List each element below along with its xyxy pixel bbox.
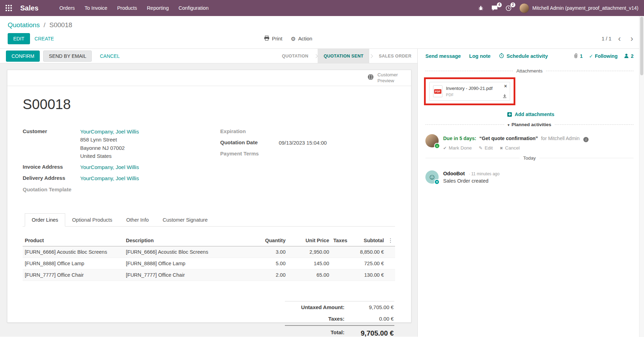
log-note-button[interactable]: Log note xyxy=(469,53,491,59)
schedule-activity-button[interactable]: Schedule activity xyxy=(499,53,548,59)
planned-activities-toggle[interactable]: ▾ Planned activities xyxy=(508,122,551,127)
attachment-card[interactable]: PDF Inventory - J090-21.pdf PDF × xyxy=(429,82,510,101)
following-toggle[interactable]: ✓ Following xyxy=(589,53,618,59)
topbar-right: 4 2 Mitchell Admin (payment_proof_attach… xyxy=(478,3,638,13)
customer-preview-label: Customer Preview xyxy=(377,72,398,83)
payment-terms-label: Payment Terms xyxy=(220,150,279,158)
top-navbar: Sales Orders To Invoice Products Reporti… xyxy=(0,0,644,16)
debug-bug-icon[interactable] xyxy=(478,5,484,11)
confirm-button[interactable]: CONFIRM xyxy=(6,51,40,62)
tab-optional-products[interactable]: Optional Products xyxy=(65,213,119,227)
info-icon[interactable] xyxy=(583,137,589,142)
stage-sales-order[interactable]: SALES ORDER xyxy=(373,49,417,63)
totals-block: Untaxed Amount: 9,705.00 € Taxes: 0.00 €… xyxy=(285,301,394,337)
quotation-template-label: Quotation Template xyxy=(23,186,80,194)
apps-grid-icon[interactable] xyxy=(0,0,17,16)
apps-grid-dots xyxy=(6,5,12,11)
row-unit-price: 65.00 xyxy=(288,269,331,281)
edit-button[interactable]: EDIT xyxy=(8,33,30,44)
activities-clock-icon[interactable]: 2 xyxy=(506,5,512,11)
status-pipeline: QUOTATION QUOTATION SENT SALES ORDER xyxy=(276,49,417,63)
pager-next-icon[interactable]: › xyxy=(627,35,636,43)
menu-orders[interactable]: Orders xyxy=(54,0,79,16)
table-header-row: Product Description Quantity Unit Price … xyxy=(23,235,395,246)
activity-item: Due in 5 days: “Get quote confirmation” … xyxy=(425,134,634,151)
user-avatar xyxy=(519,3,529,13)
add-attachments-button[interactable]: Add attachments xyxy=(418,112,644,117)
tab-order-lines[interactable]: Order Lines xyxy=(25,213,65,227)
message-timestamp: · 11 minutes ago xyxy=(469,171,500,176)
row-taxes xyxy=(331,261,357,266)
customer-link[interactable]: YourCompany, Joel Willis xyxy=(80,128,139,136)
field-quotation-template: Quotation Template xyxy=(23,186,206,194)
activity-avatar xyxy=(425,134,439,147)
tab-customer-signature[interactable]: Customer Signature xyxy=(156,213,215,227)
delivery-address-link[interactable]: YourCompany, Joel Willis xyxy=(80,174,139,182)
messages-icon[interactable]: 4 xyxy=(491,5,498,11)
chatter-message: OdooBot · 11 minutes ago Sales Order cre… xyxy=(425,167,634,187)
untaxed-amount-value: 9,705.00 € xyxy=(350,304,394,310)
stage-chevron-icon xyxy=(369,54,373,58)
table-row[interactable]: [FURN_6666] Acoustic Bloc Screens [FURN_… xyxy=(23,246,395,258)
action-button[interactable]: ⚙ Action xyxy=(291,36,312,42)
pager-value[interactable]: 1 / 1 xyxy=(601,36,611,41)
table-row[interactable]: [FURN_7777] Office Chair [FURN_7777] Off… xyxy=(23,269,395,281)
row-unit-price: 2,950.00 xyxy=(288,246,331,258)
divider-line xyxy=(425,158,520,158)
menu-products[interactable]: Products xyxy=(112,0,142,16)
total-value: 9,705.00 € xyxy=(350,329,394,337)
column-options-icon[interactable]: ⋮ xyxy=(386,237,395,244)
user-menu[interactable]: Mitchell Admin (payment_proof_attachment… xyxy=(519,3,638,13)
action-label: Action xyxy=(298,36,312,41)
attachments-title: Attachments xyxy=(516,68,543,74)
invoice-address-link[interactable]: YourCompany, Joel Willis xyxy=(80,163,139,171)
attachment-name[interactable]: Inventory - J090-21.pdf xyxy=(446,86,506,91)
col-quantity: Quantity xyxy=(249,235,288,246)
attachment-delete-icon[interactable]: × xyxy=(504,83,507,89)
odoobot-avatar xyxy=(425,170,439,184)
attachment-download-icon[interactable] xyxy=(502,94,507,98)
activity-summary: “Get quote confirmation” xyxy=(479,136,538,141)
paperclip-icon xyxy=(574,53,578,59)
send-by-email-button[interactable]: SEND BY EMAIL xyxy=(43,51,92,62)
activity-cancel-button[interactable]: Cancel xyxy=(500,145,520,151)
followers-button[interactable]: 2 xyxy=(624,53,634,59)
customer-country: United States xyxy=(80,152,139,160)
stage-quotation[interactable]: QUOTATION xyxy=(276,49,314,63)
app-title[interactable]: Sales xyxy=(20,4,38,12)
send-message-button[interactable]: Send message xyxy=(425,53,461,59)
menu-to-invoice[interactable]: To Invoice xyxy=(80,0,112,16)
scrollbar-thumb[interactable] xyxy=(640,17,643,75)
breadcrumb: Quotations / S00018 xyxy=(0,16,644,30)
statusbar-buttons: CONFIRM SEND BY EMAIL CANCEL xyxy=(6,51,124,62)
printer-icon xyxy=(264,36,270,42)
menu-configuration[interactable]: Configuration xyxy=(174,0,213,16)
tab-other-info[interactable]: Other Info xyxy=(119,213,156,227)
annotation-highlight: PDF Inventory - J090-21.pdf PDF × xyxy=(424,77,515,105)
customer-preview-button[interactable]: Customer Preview xyxy=(367,72,398,83)
attachment-type: PDF xyxy=(446,93,506,97)
breadcrumb-quotations-link[interactable]: Quotations xyxy=(8,21,40,29)
delivery-address-label: Delivery Address xyxy=(23,174,80,182)
chatter-meta: 1 ✓ Following 2 xyxy=(574,53,634,59)
attachments-toggle[interactable]: 1 xyxy=(574,53,583,59)
pager-previous-icon[interactable]: ‹ xyxy=(615,35,624,43)
row-description: [FURN_7777] Office Chair xyxy=(124,269,249,281)
cancel-button[interactable]: CANCEL xyxy=(95,51,124,62)
row-quantity: 2.00 xyxy=(249,269,288,281)
mark-done-button[interactable]: Mark Done xyxy=(443,145,472,151)
create-button[interactable]: CREATE xyxy=(30,33,59,44)
activity-edit-button[interactable]: Edit xyxy=(479,145,493,151)
row-description: [FURN_6666] Acoustic Bloc Screens xyxy=(124,246,249,258)
expiration-label: Expiration xyxy=(220,128,279,136)
quotation-date-value: 09/13/2023 15:04:00 xyxy=(279,139,327,147)
print-button[interactable]: Print xyxy=(264,36,282,42)
page-scrollbar xyxy=(639,16,644,337)
table-row[interactable]: [FURN_8888] Office Lamp [FURN_8888] Offi… xyxy=(23,258,395,269)
notebook-tabs: Order Lines Optional Products Other Info… xyxy=(23,213,395,227)
stage-quotation-sent[interactable]: QUOTATION SENT xyxy=(318,49,369,63)
main-split: CONFIRM SEND BY EMAIL CANCEL QUOTATION Q… xyxy=(0,48,644,337)
message-author: OdooBot xyxy=(443,171,465,176)
menu-reporting[interactable]: Reporting xyxy=(142,0,174,16)
col-subtotal: Subtotal xyxy=(357,235,386,246)
